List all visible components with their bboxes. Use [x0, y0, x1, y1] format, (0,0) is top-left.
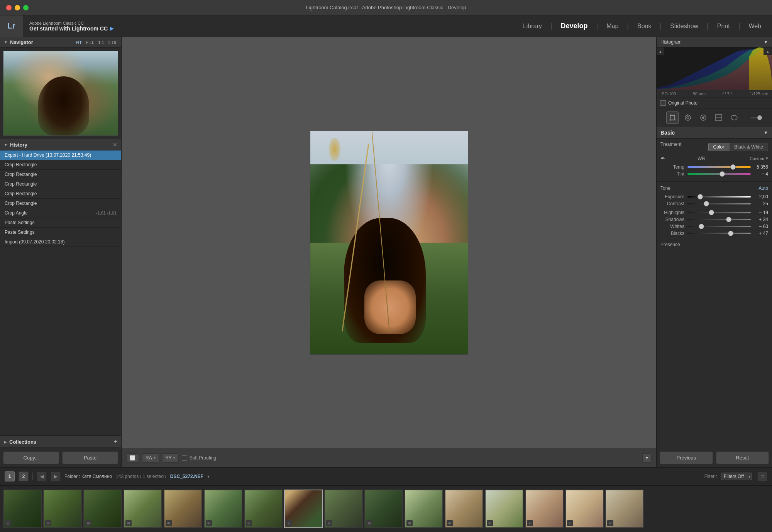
tint-slider[interactable] — [687, 173, 751, 175]
tone-curve-icon[interactable] — [750, 111, 762, 124]
filmstrip-thumb-16[interactable]: ⊞ — [605, 490, 644, 528]
highlights-thumb[interactable] — [709, 210, 714, 215]
tone-auto[interactable]: Auto — [758, 186, 768, 191]
presence-header[interactable]: Presence — [657, 240, 772, 249]
filmstrip-filename[interactable]: DSC_5372.NEF — [170, 474, 203, 479]
collections-header[interactable]: ▶ Collections + — [0, 436, 121, 448]
treatment-color-btn[interactable]: Color — [708, 143, 730, 151]
nav-link-map[interactable]: Map — [599, 15, 625, 37]
contrast-thumb[interactable] — [704, 201, 709, 206]
graduated-filter-icon[interactable] — [713, 111, 725, 124]
histogram-header[interactable]: Histogram ▼ — [657, 37, 772, 47]
original-photo-checkbox[interactable] — [660, 100, 666, 106]
navigator-panel-header[interactable]: ▼ Navigator FIT FILL 1:1 1:16 — [0, 37, 121, 48]
history-item-import[interactable]: Import (09.07.2020 20:02:18) — [0, 237, 121, 247]
highlights-slider[interactable] — [687, 212, 751, 213]
history-item-paste2[interactable]: Paste Settings — [0, 228, 121, 237]
treatment-bw-btn[interactable]: Black & White — [729, 143, 768, 151]
tone-slider[interactable] — [750, 117, 762, 118]
contrast-slider[interactable] — [687, 203, 751, 204]
nav-link-library[interactable]: Library — [516, 15, 549, 37]
filmstrip-thumb-selected[interactable]: ⊞ — [284, 490, 323, 528]
history-item-crop5[interactable]: Crop Rectangle — [0, 199, 121, 208]
filmstrip-thumb-7[interactable]: ⊞ — [244, 490, 283, 528]
filmstrip-thumb-5[interactable]: ⊞ — [164, 490, 202, 528]
tint-label: Tint — [660, 171, 687, 177]
nav-photo-hair — [38, 76, 89, 135]
previous-button[interactable]: Previous — [660, 451, 713, 464]
nav-link-web[interactable]: Web — [742, 15, 768, 37]
history-item-crop-angle[interactable]: Crop Angle -1,61 -1,61 — [0, 208, 121, 218]
history-item-export[interactable]: Export - Hard Drive (13.07.2020 21:53:49… — [0, 150, 121, 160]
spot-removal-icon[interactable] — [682, 111, 694, 124]
close-button[interactable] — [6, 5, 12, 10]
wb-dropdown[interactable]: Custom ▾ — [750, 156, 768, 161]
filmstrip-thumb-10[interactable]: ⊞ — [364, 490, 403, 528]
eyedropper-icon[interactable]: ✒ — [660, 155, 665, 162]
nav-link-book[interactable]: Book — [630, 15, 658, 37]
zoom-1to1[interactable]: 1:1 — [97, 40, 105, 45]
radial-filter-icon[interactable] — [728, 111, 740, 124]
minimize-button[interactable] — [15, 5, 20, 10]
collections-add-button[interactable]: + — [114, 438, 117, 445]
filmstrip-thumb-3[interactable]: ⊞ — [83, 490, 122, 528]
history-item-crop2[interactable]: Crop Rectangle — [0, 170, 121, 179]
filmstrip-thumb-12[interactable]: ⊞ — [445, 490, 483, 528]
filmstrip-filter-select[interactable]: Filters Off — [721, 473, 752, 480]
shadows-slider[interactable] — [687, 219, 751, 220]
tint-thumb[interactable] — [720, 171, 725, 177]
filmstrip-prev-btn[interactable]: ◀ — [37, 471, 47, 481]
maximize-button[interactable] — [23, 5, 29, 10]
basic-panel-header[interactable]: Basic ▼ — [657, 127, 772, 138]
filmstrip-end-btn[interactable]: □ — [757, 471, 767, 481]
zoom-fit[interactable]: FIT — [74, 40, 83, 45]
filmstrip-thumb-2[interactable]: ⊞ — [43, 490, 82, 528]
history-item-crop1[interactable]: Crop Rectangle — [0, 160, 121, 170]
red-eye-icon[interactable] — [697, 111, 709, 124]
nav-link-print[interactable]: Print — [710, 15, 737, 37]
blacks-slider[interactable] — [687, 233, 751, 234]
navigator-image[interactable] — [3, 51, 118, 136]
zoom-fill[interactable]: FILL — [85, 40, 95, 45]
crop-tool-icon[interactable] — [666, 111, 679, 124]
filmstrip-thumb-6[interactable]: ⊞ — [204, 490, 242, 528]
whites-slider[interactable] — [687, 226, 751, 227]
filmstrip-filename-dropdown[interactable]: ▾ — [207, 474, 210, 479]
filmstrip-thumb-14[interactable]: ⊞ — [525, 490, 564, 528]
history-item-paste1[interactable]: Paste Settings — [0, 218, 121, 228]
blacks-thumb[interactable] — [728, 231, 733, 236]
filmstrip-thumb-1[interactable]: ⊞ — [3, 490, 42, 528]
exposure-thumb[interactable] — [698, 194, 703, 199]
nav-link-develop[interactable]: Develop — [554, 15, 594, 37]
temp-slider[interactable] — [687, 166, 751, 168]
history-header[interactable]: ▼ History ✕ — [0, 139, 121, 150]
filmstrip-thumb-11[interactable]: ⊞ — [405, 490, 443, 528]
treatment-label: Treatment : — [660, 142, 684, 152]
ratings-button[interactable]: RA ▾ — [142, 453, 159, 463]
soft-proofing-checkbox[interactable] — [182, 455, 187, 461]
highlights-label: Highlights — [660, 210, 687, 215]
nav-link-slideshow[interactable]: Slideshow — [663, 15, 705, 37]
filmstrip-thumb-4[interactable]: ⊞ — [124, 490, 162, 528]
copy-button[interactable]: Copy... — [3, 451, 59, 464]
exposure-slider[interactable] — [687, 196, 751, 198]
crop-tool-button[interactable]: ⬜ — [126, 453, 139, 463]
filmstrip-thumb-15[interactable]: ⊞ — [565, 490, 604, 528]
filmstrip-page-1[interactable]: 1 — [5, 471, 15, 481]
paste-button[interactable]: Paste — [62, 451, 118, 464]
reset-button[interactable]: Reset — [716, 451, 769, 464]
toolbar-expand-button[interactable]: ▾ — [642, 453, 652, 463]
filmstrip-thumb-13[interactable]: ⊞ — [485, 490, 523, 528]
flag-button[interactable]: YY ▾ — [162, 453, 179, 463]
filmstrip-page-2[interactable]: 2 — [19, 471, 29, 481]
filmstrip-thumb-9[interactable]: ⊞ — [324, 490, 363, 528]
brand-sub[interactable]: Get started with Lightroom CC ▶ — [29, 25, 113, 32]
whites-thumb[interactable] — [699, 224, 704, 229]
zoom-1to16[interactable]: 1:16 — [107, 40, 117, 45]
history-item-crop4[interactable]: Crop Rectangle — [0, 189, 121, 199]
history-close-button[interactable]: ✕ — [113, 142, 117, 148]
temp-thumb[interactable] — [730, 164, 736, 170]
shadows-thumb[interactable] — [726, 217, 731, 222]
filmstrip-next-btn[interactable]: ▶ — [51, 471, 61, 481]
history-item-crop3[interactable]: Crop Rectangle — [0, 179, 121, 189]
